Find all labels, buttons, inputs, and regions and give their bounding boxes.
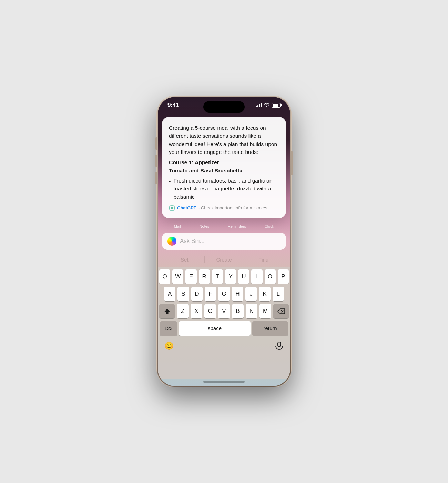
signal-icon — [256, 103, 262, 107]
key-r[interactable]: R — [199, 269, 210, 284]
key-z[interactable]: Z — [177, 304, 189, 318]
battery-icon — [272, 103, 281, 108]
chatgpt-logo-icon — [169, 205, 175, 211]
key-a[interactable]: A — [164, 287, 175, 301]
key-u[interactable]: U — [238, 269, 249, 284]
phone-screen: 9:41 — [158, 97, 290, 386]
app-suggestion-notes[interactable]: Notes — [200, 224, 210, 228]
key-j[interactable]: J — [245, 287, 257, 301]
keyboard-accessory-row: 😊 — [159, 338, 289, 356]
app-reminders-label: Reminders — [228, 224, 246, 228]
numbers-key[interactable]: 123 — [160, 321, 177, 336]
app-notes-label: Notes — [200, 224, 210, 228]
app-clock-label: Clock — [265, 224, 274, 228]
key-q[interactable]: Q — [159, 269, 170, 284]
key-k[interactable]: K — [259, 287, 270, 301]
dish-heading: Tomato and Basil Bruschetta — [169, 168, 279, 174]
key-t[interactable]: T — [212, 269, 223, 284]
key-y[interactable]: Y — [225, 269, 236, 284]
siri-placeholder: Ask Siri... — [180, 238, 205, 245]
key-v[interactable]: V — [218, 304, 230, 318]
key-w[interactable]: W — [172, 269, 183, 284]
key-x[interactable]: X — [191, 304, 202, 318]
chat-disclaimer: · Check important info for mistakes. — [198, 205, 269, 210]
chatgpt-card: Creating a 5-course meal with a focus on… — [162, 117, 286, 218]
key-i[interactable]: I — [251, 269, 262, 284]
course1-heading: Course 1: Appetizer — [169, 159, 279, 166]
key-g[interactable]: G — [218, 287, 230, 301]
app-suggestion-mail[interactable]: Mail — [174, 224, 181, 228]
backspace-key[interactable] — [273, 304, 289, 318]
key-e[interactable]: E — [185, 269, 196, 284]
status-time: 9:41 — [167, 102, 179, 109]
keyboard-row-3: Z X C V B N M — [159, 304, 289, 318]
quick-action-create[interactable]: Create — [204, 254, 244, 265]
emoji-key[interactable]: 😊 — [162, 339, 176, 353]
key-h[interactable]: H — [232, 287, 243, 301]
siri-search-bar[interactable]: Ask Siri... — [162, 233, 286, 250]
status-bar: 9:41 — [158, 97, 290, 111]
app-mail-label: Mail — [174, 224, 181, 228]
status-icons — [256, 102, 281, 108]
app-suggestion-reminders[interactable]: Reminders — [228, 224, 246, 228]
chat-body-text: Creating a 5-course meal with a focus on… — [169, 124, 279, 156]
key-m[interactable]: M — [259, 304, 271, 318]
dynamic-island — [203, 101, 245, 113]
home-bar — [203, 381, 245, 383]
phone-frame: 9:41 — [157, 96, 291, 387]
keyboard-bottom-row: 123 space return — [159, 321, 289, 336]
space-key[interactable]: space — [179, 321, 251, 336]
quick-actions-row: Set Create Find — [158, 253, 290, 267]
key-f[interactable]: F — [205, 287, 216, 301]
quick-action-set[interactable]: Set — [165, 254, 204, 265]
key-n[interactable]: N — [246, 304, 257, 318]
mic-key[interactable] — [272, 339, 286, 353]
bullet-dot: • — [169, 177, 171, 201]
quick-action-find[interactable]: Find — [244, 254, 283, 265]
return-key[interactable]: return — [252, 321, 288, 336]
phone-content: Creating a 5-course meal with a focus on… — [158, 111, 290, 386]
keyboard: Q W E R T Y U I O P A S D F G — [158, 267, 290, 379]
bullet-item: • Fresh diced tomatoes, basil, and garli… — [169, 177, 279, 201]
app-suggestions-row: Mail Notes Reminders Clock — [158, 221, 290, 231]
siri-logo-icon — [167, 237, 176, 246]
keyboard-row-2: A S D F G H J K L — [159, 287, 289, 301]
bullet-text: Fresh diced tomatoes, basil, and garlic … — [173, 177, 279, 201]
chat-footer: ChatGPT · Check important info for mista… — [169, 205, 279, 211]
key-s[interactable]: S — [177, 287, 189, 301]
backspace-icon — [277, 308, 285, 314]
key-l[interactable]: L — [273, 287, 284, 301]
shift-key[interactable] — [159, 304, 175, 318]
home-indicator — [158, 379, 290, 386]
key-p[interactable]: P — [278, 269, 289, 284]
shift-icon — [164, 308, 170, 314]
key-d[interactable]: D — [191, 287, 203, 301]
chatgpt-label: ChatGPT — [177, 205, 196, 210]
key-c[interactable]: C — [204, 304, 216, 318]
wifi-icon — [264, 102, 269, 108]
key-b[interactable]: B — [232, 304, 244, 318]
keyboard-row-1: Q W E R T Y U I O P — [159, 269, 289, 284]
app-suggestion-clock[interactable]: Clock — [265, 224, 274, 228]
key-o[interactable]: O — [265, 269, 276, 284]
mic-icon — [275, 342, 283, 351]
svg-rect-1 — [278, 342, 281, 347]
